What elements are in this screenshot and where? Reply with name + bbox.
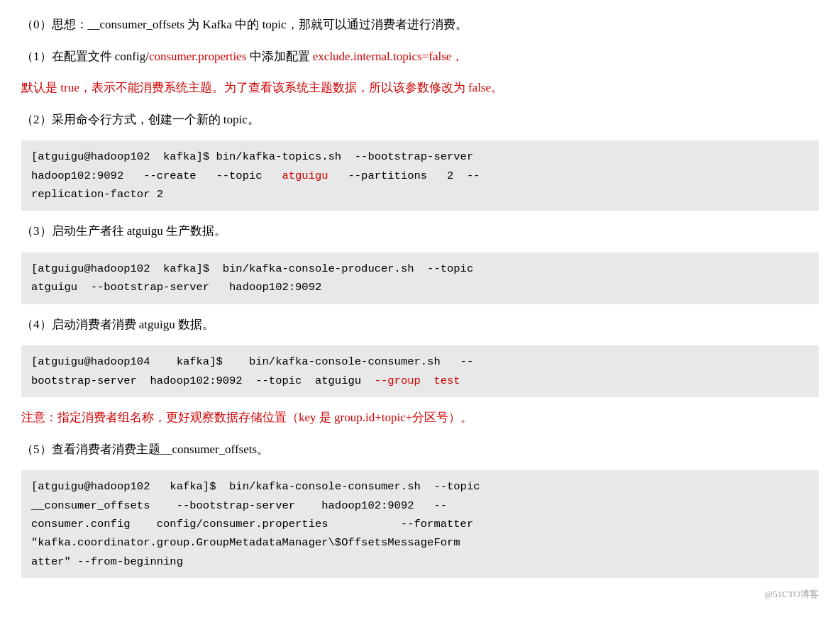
- code-line: replication-factor 2: [31, 185, 809, 204]
- inline-text: （4）启动消费者消费 atguigu 数据。: [21, 318, 214, 331]
- paragraph-para0: （0）思想：__consumer_offsets 为 Kafka 中的 topi…: [21, 14, 819, 36]
- code-text: hadoop102:9092 --create --topic: [31, 170, 282, 182]
- code-text: [atguigu@hadoop102 kafka]$ bin/kafka-top…: [31, 150, 473, 163]
- inline-text: （3）启动生产者往 atguigu 生产数据。: [21, 224, 226, 238]
- code-block-code2: [atguigu@hadoop102 kafka]$ bin/kafka-con…: [21, 252, 819, 304]
- code-line: [atguigu@hadoop104 kafka]$ bin/kafka-con…: [31, 352, 809, 371]
- inline-text: （5）查看消费者消费主题__consumer_offsets。: [21, 443, 269, 456]
- content-area: （0）思想：__consumer_offsets 为 Kafka 中的 topi…: [21, 14, 819, 601]
- code-text: atguigu --bootstrap-server hadoop102:909…: [31, 281, 321, 294]
- code-text: "kafka.coordinator.group.GroupMetadataMa…: [31, 536, 460, 549]
- code-line: "kafka.coordinator.group.GroupMetadataMa…: [31, 533, 809, 552]
- code-line: atter" --from-beginning: [31, 553, 809, 571]
- code-line: hadoop102:9092 --create --topic atguigu …: [31, 167, 809, 185]
- code-line: [atguigu@hadoop102 kafka]$ bin/kafka-top…: [31, 148, 809, 166]
- code-text: atter" --from-beginning: [31, 555, 183, 568]
- paragraph-para5: （5）查看消费者消费主题__consumer_offsets。: [21, 439, 819, 461]
- code-block-code1: [atguigu@hadoop102 kafka]$ bin/kafka-top…: [21, 140, 819, 211]
- inline-red-text: consumer.properties: [149, 50, 246, 63]
- code-text: consumer.config config/consumer.properti…: [31, 518, 473, 531]
- watermark: @51CTO博客: [21, 588, 819, 601]
- code-block-code4: [atguigu@hadoop102 kafka]$ bin/kafka-con…: [21, 470, 819, 578]
- code-text: [atguigu@hadoop102 kafka]$ bin/kafka-con…: [31, 262, 473, 275]
- code-block-code3: [atguigu@hadoop104 kafka]$ bin/kafka-con…: [21, 345, 819, 397]
- inline-text: （0）思想：__consumer_offsets 为 Kafka 中的 topi…: [21, 18, 468, 31]
- paragraph-para4: （4）启动消费者消费 atguigu 数据。: [21, 314, 819, 336]
- code-red-text: --group test: [375, 374, 460, 387]
- paragraph-para4b: 注意：指定消费者组名称，更好观察数据存储位置（key 是 group.id+to…: [21, 407, 819, 429]
- code-text: [atguigu@hadoop102 kafka]$ bin/kafka-con…: [31, 480, 480, 493]
- code-text: [atguigu@hadoop104 kafka]$ bin/kafka-con…: [31, 355, 473, 368]
- code-line: bootstrap-server hadoop102:9092 --topic …: [31, 372, 809, 390]
- paragraph-para3: （3）启动生产者往 atguigu 生产数据。: [21, 221, 819, 243]
- inline-text: （1）在配置文件 config/: [21, 50, 149, 63]
- inline-text: （2）采用命令行方式，创建一个新的 topic。: [21, 113, 260, 126]
- paragraph-para1: （1）在配置文件 config/consumer.properties 中添加配…: [21, 46, 819, 68]
- inline-text: 中添加配置: [246, 50, 313, 63]
- code-text: __consumer_offsets --bootstrap-server ha…: [31, 499, 447, 512]
- code-line: [atguigu@hadoop102 kafka]$ bin/kafka-con…: [31, 260, 809, 278]
- code-text: --partitions 2 --: [328, 170, 480, 182]
- code-red-text: atguigu: [282, 170, 328, 182]
- paragraph-para2: （2）采用命令行方式，创建一个新的 topic。: [21, 109, 819, 131]
- code-line: __consumer_offsets --bootstrap-server ha…: [31, 496, 809, 515]
- code-text: replication-factor 2: [31, 188, 163, 201]
- paragraph-para1b: 默认是 true，表示不能消费系统主题。为了查看该系统主题数据，所以该参数修改为…: [21, 77, 819, 99]
- code-line: consumer.config config/consumer.properti…: [31, 515, 809, 533]
- code-text: bootstrap-server hadoop102:9092 --topic …: [31, 374, 375, 387]
- inline-red-text: exclude.internal.topics=false，: [313, 50, 464, 63]
- code-line: [atguigu@hadoop102 kafka]$ bin/kafka-con…: [31, 477, 809, 496]
- code-line: atguigu --bootstrap-server hadoop102:909…: [31, 278, 809, 296]
